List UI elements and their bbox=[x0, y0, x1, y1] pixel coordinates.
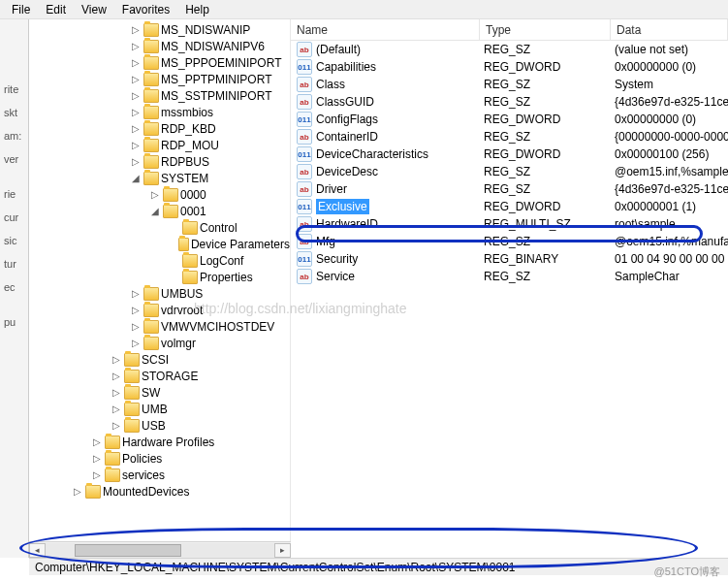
tree-node[interactable]: ▷0000 bbox=[33, 186, 290, 203]
value-row[interactable]: 011CapabilitiesREG_DWORD0x00000000 (0) bbox=[291, 58, 728, 76]
tree-node[interactable]: Properties bbox=[33, 269, 290, 285]
expand-icon[interactable]: ▷ bbox=[72, 486, 83, 497]
tree-node[interactable]: Control bbox=[33, 219, 290, 236]
column-header-type[interactable]: Type bbox=[480, 19, 611, 40]
registry-tree[interactable]: ▷MS_NDISWANIP▷MS_NDISWANIPV6▷MS_PPPOEMIN… bbox=[29, 19, 290, 501]
expand-icon[interactable]: ▷ bbox=[130, 338, 142, 348]
expand-icon[interactable]: ▷ bbox=[130, 90, 142, 101]
scroll-right-button[interactable]: ▸ bbox=[274, 543, 291, 558]
expand-icon[interactable]: ▷ bbox=[91, 469, 103, 480]
expand-icon[interactable]: ▷ bbox=[130, 24, 142, 35]
expand-icon[interactable]: ◢ bbox=[130, 173, 142, 183]
tree-hscrollbar[interactable]: ◂ ▸ bbox=[29, 541, 291, 558]
strip-text: skt bbox=[0, 101, 28, 124]
tree-node[interactable]: ▷SW bbox=[33, 384, 290, 401]
expand-icon[interactable]: ▷ bbox=[91, 453, 103, 464]
tree-node[interactable]: ▷VMWVMCIHOSTDEV bbox=[33, 318, 290, 335]
expand-icon[interactable]: ▷ bbox=[130, 140, 142, 150]
expand-icon[interactable]: ▷ bbox=[130, 321, 142, 332]
value-list-panel: Name Type Data ab(Default)REG_SZ(value n… bbox=[291, 19, 728, 558]
expand-icon[interactable]: ▷ bbox=[130, 107, 142, 117]
expand-icon[interactable]: ▷ bbox=[111, 387, 122, 398]
cell-name: 011ConfigFlags bbox=[291, 112, 480, 127]
scroll-left-button[interactable]: ◂ bbox=[29, 543, 46, 558]
expand-icon[interactable]: ▷ bbox=[111, 354, 122, 365]
value-row[interactable]: ab(Default)REG_SZ(value not set) bbox=[291, 41, 728, 58]
tree-node[interactable]: ▷mssmbios bbox=[33, 104, 290, 120]
expand-icon[interactable]: ▷ bbox=[130, 41, 142, 51]
tree-node[interactable]: Device Parameters bbox=[33, 236, 290, 252]
tree-node[interactable]: ▷MountedDevices bbox=[33, 483, 290, 500]
expand-icon[interactable]: ▷ bbox=[149, 189, 161, 200]
tree-node[interactable]: ◢SYSTEM bbox=[33, 170, 290, 186]
value-row[interactable]: 011SecurityREG_BINARY01 00 04 90 00 00 0… bbox=[291, 250, 728, 268]
tree-node[interactable]: ▷volmgr bbox=[33, 335, 290, 351]
value-row[interactable]: abContainerIDREG_SZ{00000000-0000-0000-F… bbox=[291, 128, 728, 145]
tree-label: SYSTEM bbox=[161, 172, 208, 185]
folder-icon bbox=[178, 238, 189, 251]
tree-node[interactable]: ▷USB bbox=[33, 417, 290, 434]
value-row[interactable]: 011DeviceCharacteristicsREG_DWORD0x00000… bbox=[291, 145, 728, 163]
tree-label: RDP_KBD bbox=[161, 122, 216, 136]
value-row[interactable]: abClassREG_SZSystem bbox=[291, 76, 728, 93]
tree-node[interactable]: ▷services bbox=[33, 467, 290, 483]
expand-icon[interactable]: ▷ bbox=[130, 156, 142, 167]
tree-node[interactable]: ▷UMBUS bbox=[33, 285, 290, 302]
value-row[interactable]: abHardwareIDREG_MULTI_SZroot\sample bbox=[291, 215, 728, 233]
scroll-track[interactable] bbox=[46, 543, 274, 558]
tree-node[interactable]: ▷STORAGE bbox=[33, 368, 290, 384]
value-data: {4d36e97d-e325-11ce-b bbox=[611, 182, 728, 196]
column-header-name[interactable]: Name bbox=[291, 19, 480, 40]
value-data: 0x00000001 (1) bbox=[611, 200, 728, 213]
value-type: REG_SZ bbox=[480, 130, 611, 144]
value-row[interactable]: 011ExclusiveREG_DWORD0x00000001 (1) bbox=[291, 198, 728, 215]
value-type: REG_SZ bbox=[480, 78, 611, 91]
expand-icon[interactable]: ▷ bbox=[130, 123, 142, 134]
value-row[interactable]: abServiceREG_SZSampleChar bbox=[291, 268, 728, 285]
tree-node[interactable]: ▷Hardware Profiles bbox=[33, 434, 290, 450]
menu-view[interactable]: View bbox=[74, 1, 114, 18]
value-row[interactable]: 011ConfigFlagsREG_DWORD0x00000000 (0) bbox=[291, 111, 728, 128]
expand-icon[interactable]: ▷ bbox=[111, 403, 122, 414]
tree-node[interactable]: ▷MS_NDISWANIPV6 bbox=[33, 38, 290, 54]
value-row[interactable]: abDriverREG_SZ{4d36e97d-e325-11ce-b bbox=[291, 180, 728, 198]
tree-node[interactable]: ▷vdrvroot bbox=[33, 302, 290, 318]
expand-icon[interactable]: ◢ bbox=[149, 206, 161, 216]
column-header-data[interactable]: Data bbox=[611, 19, 728, 40]
tree-node[interactable]: ▷RDPBUS bbox=[33, 153, 290, 170]
tree-node[interactable]: ▷MS_PPPOEMINIPORT bbox=[33, 54, 290, 71]
tree-node[interactable]: ▷SCSI bbox=[33, 351, 290, 368]
menu-favorites[interactable]: Favorites bbox=[114, 1, 177, 18]
statusbar: Computer\HKEY_LOCAL_MACHINE\SYSTEM\Curre… bbox=[29, 558, 728, 575]
expand-icon[interactable]: ▷ bbox=[130, 305, 142, 315]
left-strip: ritesktam:verriecursicturecpu bbox=[0, 19, 29, 558]
value-row[interactable]: abClassGUIDREG_SZ{4d36e97d-e325-11ce-b bbox=[291, 93, 728, 111]
tree-node[interactable]: ▷RDP_MOU bbox=[33, 137, 290, 153]
expand-icon[interactable]: ▷ bbox=[91, 436, 103, 447]
tree-node[interactable]: ▷RDP_KBD bbox=[33, 120, 290, 137]
value-row[interactable]: abMfgREG_SZ@oem15.inf,%manufac bbox=[291, 233, 728, 250]
value-type: REG_SZ bbox=[480, 95, 611, 109]
folder-icon bbox=[163, 205, 178, 218]
tree-node[interactable]: ▷MS_SSTPMINIPORT bbox=[33, 87, 290, 104]
menu-edit[interactable]: Edit bbox=[38, 1, 74, 18]
tree-node[interactable]: ▷MS_PPTPMINIPORT bbox=[33, 71, 290, 87]
menu-file[interactable]: File bbox=[4, 1, 38, 18]
value-row[interactable]: abDeviceDescREG_SZ@oem15.inf,%samplecl bbox=[291, 163, 728, 180]
expand-icon[interactable]: ▷ bbox=[111, 371, 122, 381]
expand-icon[interactable]: ▷ bbox=[130, 74, 142, 84]
tree-node[interactable]: ◢0001 bbox=[33, 203, 290, 219]
expand-icon[interactable]: ▷ bbox=[130, 57, 142, 68]
tree-node[interactable]: ▷UMB bbox=[33, 401, 290, 417]
tree-label: SW bbox=[142, 386, 160, 400]
tree-node[interactable]: LogConf bbox=[33, 252, 290, 269]
expand-icon[interactable]: ▷ bbox=[130, 288, 142, 299]
tree-node[interactable]: ▷Policies bbox=[33, 450, 290, 467]
tree-label: services bbox=[122, 468, 165, 482]
tree-label: mssmbios bbox=[161, 106, 213, 119]
value-data: root\sample bbox=[611, 217, 728, 231]
scroll-thumb[interactable] bbox=[75, 544, 181, 557]
expand-icon[interactable]: ▷ bbox=[111, 420, 122, 431]
tree-node[interactable]: ▷MS_NDISWANIP bbox=[33, 21, 290, 38]
menu-help[interactable]: Help bbox=[177, 1, 217, 18]
